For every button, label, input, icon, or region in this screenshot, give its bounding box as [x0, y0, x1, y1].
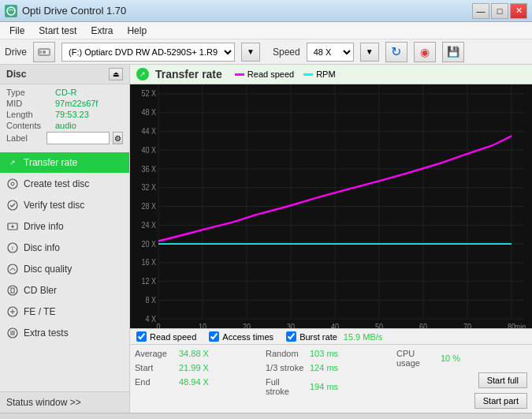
- burst-rate-checkbox[interactable]: [286, 331, 296, 342]
- svg-text:0: 0: [156, 323, 160, 328]
- legend-read-speed: Read speed: [235, 69, 294, 79]
- sidebar-item-verify-test-disc[interactable]: Verify test disc: [0, 195, 129, 215]
- sidebar-item-cd-bler[interactable]: CD Bler: [0, 280, 129, 301]
- menu-help[interactable]: Help: [121, 24, 153, 38]
- disc-length-label: Length: [6, 110, 52, 119]
- stat-onethird-label: 1/3 stroke: [266, 363, 305, 372]
- stat-random-label: Random: [266, 349, 305, 358]
- svg-text:8 X: 8 X: [145, 295, 156, 305]
- sidebar-item-drive-info[interactable]: Drive info: [0, 216, 129, 237]
- app-title: Opti Drive Control 1.70: [22, 5, 126, 17]
- sidebar-item-drive-info-label: Drive info: [24, 221, 64, 232]
- chart-header: ↗ Transfer rate Read speed RPM: [130, 65, 532, 84]
- speed-label: Speed: [273, 47, 300, 58]
- stat-start-label: Start: [135, 363, 174, 372]
- start-full-button[interactable]: Start full: [478, 372, 527, 388]
- erase-button[interactable]: ◉: [414, 42, 436, 62]
- chart-svg: 52 X 48 X 44 X 40 X 36 X 32 X 28 X 24 X …: [130, 84, 532, 328]
- extra-tests-icon: [6, 327, 19, 339]
- sidebar-item-extra-tests[interactable]: Extra tests: [0, 323, 129, 343]
- access-times-checkbox[interactable]: [209, 331, 219, 342]
- stat-fullstroke-value: 194 ms: [310, 382, 338, 391]
- sidebar-item-transfer-rate[interactable]: ↗ Transfer rate: [0, 152, 129, 173]
- menu-file[interactable]: File: [3, 24, 31, 38]
- disc-length-row: Length 79:53.23: [6, 110, 123, 119]
- drive-info-icon: [6, 220, 19, 233]
- sidebar-item-disc-info[interactable]: i Disc info: [0, 238, 129, 258]
- maximize-button[interactable]: □: [491, 3, 508, 19]
- stat-end-value: 48.94 X: [179, 377, 209, 387]
- stat-end-label: End: [135, 377, 174, 387]
- stat-end-row: End 48.94 X: [135, 376, 266, 388]
- speed-select[interactable]: 48 X: [307, 43, 354, 62]
- svg-text:36 X: 36 X: [141, 164, 156, 174]
- chart-title: Transfer rate: [155, 68, 222, 80]
- disc-mid-value: 97m22s67f: [55, 99, 98, 108]
- disc-label-input[interactable]: [47, 132, 110, 144]
- bottom-bar: Test completed 100.0% 00:03: [0, 413, 532, 419]
- svg-text:60: 60: [419, 323, 427, 328]
- chart-container: 52 X 48 X 44 X 40 X 36 X 32 X 28 X 24 X …: [130, 84, 532, 328]
- save-button[interactable]: 💾: [442, 42, 464, 62]
- read-speed-check-label: Read speed: [150, 332, 196, 342]
- disc-contents-row: Contents audio: [6, 121, 123, 130]
- stat-onethird-value: 124 ms: [310, 363, 338, 372]
- svg-rect-13: [11, 288, 14, 293]
- disc-label-row: Label ⚙: [6, 132, 123, 144]
- drive-icon-btn: [33, 42, 55, 62]
- start-part-button[interactable]: Start part: [474, 393, 527, 409]
- sidebar-item-fe-te-label: FE / TE: [24, 306, 55, 317]
- sidebar-item-disc-quality[interactable]: Disc quality: [0, 259, 129, 279]
- svg-text:52 X: 52 X: [141, 89, 156, 99]
- burst-rate-check: Burst rate 15.9 MB/s: [286, 331, 382, 342]
- stat-fullstroke-row: Full stroke 194 ms: [266, 376, 396, 398]
- disc-mid-label: MID: [6, 99, 52, 108]
- status-window-label: Status window >>: [6, 397, 81, 408]
- svg-point-8: [12, 226, 14, 228]
- stats-col-2: Random 103 ms 1/3 stroke 124 ms Full str…: [266, 347, 396, 410]
- drive-expand-btn[interactable]: ▼: [241, 43, 260, 62]
- stat-average-row: Average 34.88 X: [135, 347, 266, 360]
- minimize-button[interactable]: —: [472, 3, 489, 19]
- svg-text:10: 10: [199, 323, 206, 328]
- disc-label-label: Label: [6, 133, 43, 143]
- svg-text:16 X: 16 X: [141, 258, 156, 267]
- refresh-button[interactable]: ↻: [385, 42, 407, 62]
- legend-read-speed-color: [235, 73, 244, 76]
- right-panel: ↗ Transfer rate Read speed RPM: [130, 65, 532, 413]
- svg-text:32 X: 32 X: [141, 183, 156, 193]
- menu-extra[interactable]: Extra: [84, 24, 119, 38]
- main-content: Disc ⏏ Type CD-R MID 97m22s67f Length 79…: [0, 65, 532, 413]
- sidebar-item-fe-te[interactable]: FE / TE: [0, 301, 129, 322]
- svg-point-4: [8, 179, 17, 189]
- stats-section: Average 34.88 X Start 21.99 X End 48.94 …: [130, 344, 532, 413]
- stat-cpu-label: CPU usage: [396, 349, 436, 368]
- disc-type-value: CD-R: [55, 88, 77, 97]
- close-button[interactable]: ✕: [510, 3, 527, 19]
- read-speed-checkbox[interactable]: [136, 331, 147, 342]
- title-bar-left: Opti Drive Control 1.70: [5, 5, 126, 17]
- speed-expand-btn[interactable]: ▼: [360, 43, 379, 62]
- window-controls: — □ ✕: [472, 3, 527, 19]
- sidebar-item-disc-info-label: Disc info: [24, 242, 60, 253]
- sidebar: Disc ⏏ Type CD-R MID 97m22s67f Length 79…: [0, 65, 130, 413]
- drive-select[interactable]: (F:) Optiarc DVD RW AD-5290S+ 1.R9: [61, 43, 235, 62]
- svg-text:i: i: [12, 245, 13, 252]
- read-speed-check: Read speed: [136, 331, 196, 342]
- chart-header-icon: ↗: [136, 68, 149, 80]
- disc-header: Disc ⏏: [0, 65, 129, 84]
- stat-cpu-row: CPU usage 10 %: [396, 347, 527, 369]
- svg-text:24 X: 24 X: [141, 220, 156, 230]
- label-settings-btn[interactable]: ⚙: [113, 132, 123, 144]
- stat-start-row: Start 21.99 X: [135, 361, 266, 374]
- chart-legend: Read speed RPM: [235, 69, 336, 79]
- status-window-button[interactable]: Status window >>: [0, 391, 129, 413]
- cd-bler-icon: [6, 284, 19, 297]
- drive-label: Drive: [5, 47, 27, 58]
- sidebar-item-create-test-disc[interactable]: Create test disc: [0, 174, 129, 194]
- stat-startfull-row: Start full: [396, 371, 527, 390]
- svg-point-6: [8, 200, 17, 210]
- menu-start-test[interactable]: Start test: [32, 24, 83, 38]
- disc-eject-btn[interactable]: ⏏: [109, 68, 123, 80]
- disc-quality-icon: [6, 263, 19, 275]
